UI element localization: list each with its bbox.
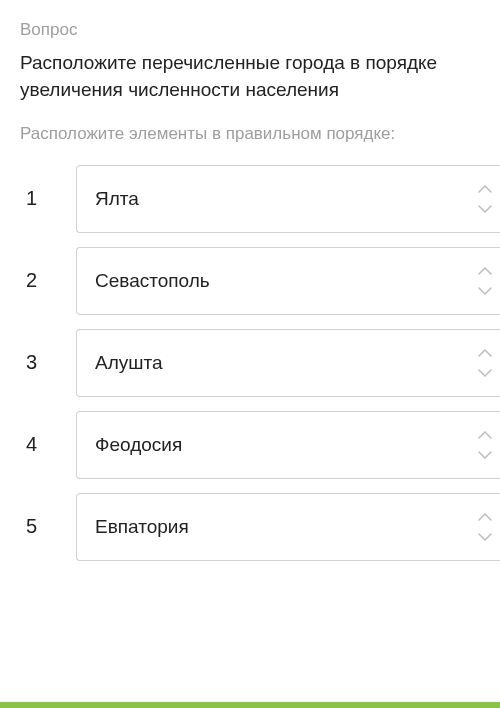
list-item[interactable]: 4 Феодосия: [20, 411, 500, 479]
move-up-icon[interactable]: [478, 430, 492, 440]
reorder-controls: [478, 266, 492, 296]
question-text: Расположите перечисленные города в поряд…: [20, 50, 500, 103]
move-up-icon[interactable]: [478, 512, 492, 522]
instruction-text: Расположите элементы в правильном порядк…: [20, 121, 500, 147]
item-number: 3: [20, 329, 76, 397]
question-label: Вопрос: [20, 20, 500, 40]
reorder-controls: [478, 184, 492, 214]
move-down-icon[interactable]: [478, 204, 492, 214]
progress-bar: [0, 702, 500, 708]
item-label: Алушта: [95, 352, 163, 374]
move-down-icon[interactable]: [478, 450, 492, 460]
item-label: Феодосия: [95, 434, 182, 456]
item-label: Ялта: [95, 188, 139, 210]
reorder-controls: [478, 512, 492, 542]
move-down-icon[interactable]: [478, 532, 492, 542]
item-number: 5: [20, 493, 76, 561]
item-card[interactable]: Ялта: [76, 165, 500, 233]
list-item[interactable]: 5 Евпатория: [20, 493, 500, 561]
reorder-controls: [478, 430, 492, 460]
item-label: Севастополь: [95, 270, 210, 292]
move-down-icon[interactable]: [478, 286, 492, 296]
list-item[interactable]: 3 Алушта: [20, 329, 500, 397]
move-up-icon[interactable]: [478, 184, 492, 194]
item-card[interactable]: Алушта: [76, 329, 500, 397]
sortable-list: 1 Ялта 2 Севастополь: [20, 165, 500, 561]
move-up-icon[interactable]: [478, 266, 492, 276]
move-up-icon[interactable]: [478, 348, 492, 358]
item-card[interactable]: Севастополь: [76, 247, 500, 315]
item-card[interactable]: Евпатория: [76, 493, 500, 561]
item-number: 2: [20, 247, 76, 315]
reorder-controls: [478, 348, 492, 378]
item-label: Евпатория: [95, 516, 189, 538]
list-item[interactable]: 1 Ялта: [20, 165, 500, 233]
item-number: 4: [20, 411, 76, 479]
item-number: 1: [20, 165, 76, 233]
list-item[interactable]: 2 Севастополь: [20, 247, 500, 315]
move-down-icon[interactable]: [478, 368, 492, 378]
item-card[interactable]: Феодосия: [76, 411, 500, 479]
